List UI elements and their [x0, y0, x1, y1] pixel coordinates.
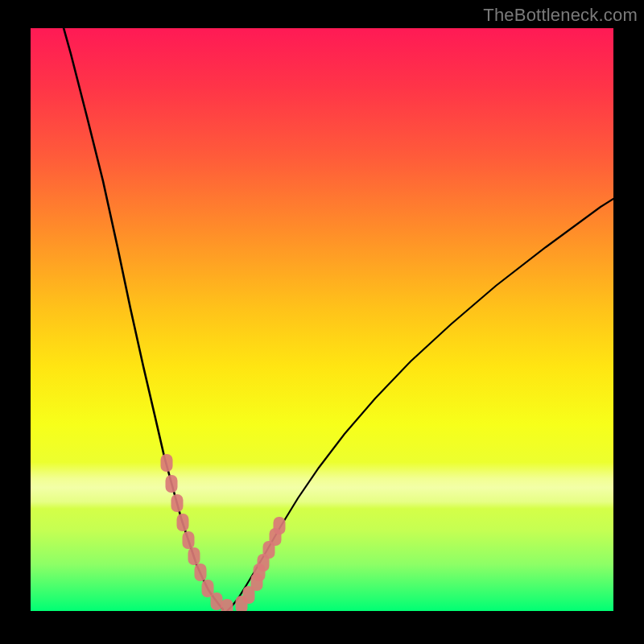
marker-dot: [177, 514, 189, 531]
marker-dot: [161, 454, 173, 472]
watermark-text: TheBottleneck.com: [483, 5, 638, 26]
curve-right-branch: [227, 199, 613, 611]
marker-dot: [221, 599, 233, 611]
chart-frame: TheBottleneck.com: [0, 0, 644, 644]
data-markers: [161, 454, 286, 611]
marker-dot: [188, 547, 200, 565]
marker-dot: [171, 494, 184, 512]
marker-dot: [183, 531, 195, 549]
marker-dot: [195, 564, 207, 581]
chart-svg: [31, 28, 613, 611]
marker-dot: [274, 517, 286, 535]
plot-area: [31, 28, 613, 611]
marker-dot: [211, 592, 223, 610]
curve-left-branch: [55, 28, 223, 609]
marker-dot: [166, 475, 178, 493]
